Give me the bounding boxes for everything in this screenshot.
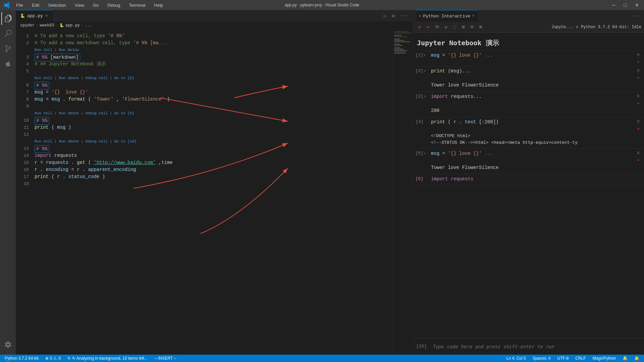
line-num-5: 5 <box>16 68 29 75</box>
menu-file[interactable]: File <box>13 3 26 8</box>
editor-tab-app-py[interactable]: 🐍 app.py × <box>16 10 53 22</box>
breadcrumb-week03[interactable]: week03 <box>40 23 54 28</box>
menu-selection[interactable]: Selection <box>45 3 68 8</box>
tab-bar-actions: ▷ ⊟ ··· <box>382 12 413 19</box>
pi-cell-5-code: msg = '{} love {}' ... <box>431 150 633 157</box>
run-cell-bar-4[interactable]: Run Cell | Run Above | Debug cell | Go t… <box>33 138 392 145</box>
explorer-icon[interactable] <box>1 12 15 25</box>
pi-heading-cell: Jupyter Notebook 演示 <box>413 36 644 51</box>
status-errors[interactable]: ⊗ 0 ⚠ 0 <box>44 356 62 361</box>
python-interactive-tab-close[interactable]: × <box>472 14 475 18</box>
status-spaces[interactable]: Spaces: 4 <box>531 356 552 361</box>
language-label: MagicPython <box>593 356 616 361</box>
pi-cell-2-copy-button[interactable]: ⎘ <box>635 68 641 74</box>
window-controls: ─ □ ✕ <box>610 2 641 8</box>
panel-more-button[interactable]: ··· <box>630 13 641 19</box>
pi-cell-1-copy-button[interactable]: ⎘ <box>635 52 641 58</box>
pi-cell-3-output: 200 <box>416 106 641 116</box>
line-num-16: 16 <box>16 166 29 173</box>
pi-input-field[interactable] <box>432 344 641 349</box>
pi-clear-button[interactable]: ✕ <box>416 23 424 31</box>
line-num-9: 9 <box>16 103 29 110</box>
pi-cell-1-delete-button[interactable]: ✕ <box>635 59 641 65</box>
pi-cell-5-copy-button[interactable]: ⎘ <box>635 150 641 156</box>
tab-close-button[interactable]: × <box>45 13 49 19</box>
settings-icon[interactable] <box>1 338 15 351</box>
pi-cell-5: [5]› msg = '{} love {}' ... ⎘ ✕ Tower lo… <box>413 149 644 174</box>
menu-debug[interactable]: Debug <box>105 3 123 8</box>
pi-collapse-button[interactable]: ⊟ <box>468 23 476 31</box>
run-cell-bar-2[interactable]: Run Cell | Run Above | Debug cell | Go t… <box>33 75 392 82</box>
status-bell[interactable]: 🔔 <box>621 356 629 361</box>
menu-go[interactable]: Go <box>90 3 101 8</box>
search-icon[interactable] <box>1 27 15 40</box>
python-version-label: Python 3.7.2 64-bit: Idle <box>581 25 641 29</box>
pi-restart-button[interactable]: ⟲ <box>433 23 441 31</box>
kernel-settings-icon[interactable]: ⚙ <box>576 24 578 29</box>
menu-view[interactable]: View <box>72 3 87 8</box>
status-python-version[interactable]: Python 3.7.2 64-bit <box>3 356 40 361</box>
kernel-name[interactable]: Jupyte... <box>551 25 573 29</box>
window-title: app.py - pylearn-proj - Visual Studio Co… <box>285 3 360 7</box>
code-line-4: # ## Jupyter Notebook 演示 <box>33 61 392 68</box>
code-line-12 <box>33 131 392 138</box>
maximize-button[interactable]: □ <box>622 2 628 8</box>
extensions-icon[interactable] <box>1 57 15 70</box>
python-interactive-tab-label: Python Interactive <box>423 14 470 19</box>
pi-cell-5-actions: ⎘ ✕ <box>635 150 641 163</box>
pi-cell-4-delete-button[interactable]: ✕ <box>635 125 641 131</box>
pi-content[interactable]: Jupyter Notebook 演示 [1]› msg = '{} love … <box>413 33 644 338</box>
pi-cell-1-number: [1]› <box>416 52 429 58</box>
breadcrumb-spyder[interactable]: spyder <box>20 23 35 28</box>
status-encoding[interactable]: UTF-8 <box>556 356 570 361</box>
status-language[interactable]: MagicPython <box>591 356 617 361</box>
pi-cell-2-delete-button[interactable]: ✕ <box>635 74 641 80</box>
pi-cell-4-copy-button[interactable]: ⎘ <box>635 119 641 125</box>
split-editor-button[interactable]: ⊟ <box>390 12 396 19</box>
menu-terminal[interactable]: Terminal <box>126 3 148 8</box>
vscode-icon <box>3 2 10 8</box>
editor-content: 1 2 3 4 5 6 7 8 9 10 11 12 13 <box>16 29 413 355</box>
source-control-icon[interactable] <box>1 42 15 55</box>
pi-more-button[interactable]: ⊠ <box>477 23 485 31</box>
tab-bar: 🐍 app.py × ▷ ⊟ ··· <box>16 10 413 22</box>
more-actions-button[interactable]: ··· <box>399 12 410 19</box>
run-cell-bar-3[interactable]: Run Cell | Run Above | Debug cell | Go t… <box>33 110 392 117</box>
pi-input-bar: [15] <box>413 338 644 355</box>
pi-expand-button[interactable]: ⊞ <box>459 23 467 31</box>
menu-edit[interactable]: Edit <box>29 3 42 8</box>
python-interactive-tab[interactable]: ≡ Python Interactive × <box>416 10 478 22</box>
pi-cell-2-number: [2]› <box>416 68 429 73</box>
run-cell-bar-1[interactable]: Run Cell | Run Below <box>33 47 392 54</box>
status-line-ending[interactable]: CRLF <box>574 356 587 361</box>
status-position[interactable]: Ln 4, Col 5 <box>505 356 527 361</box>
pi-cell-5-delete-button[interactable]: ✕ <box>635 157 641 163</box>
status-notifications[interactable]: 🔔 <box>633 356 641 361</box>
pi-cell-3: [3]› import requests... ⎘ ✕ 200 <box>413 92 644 117</box>
breadcrumb-dots[interactable]: ... <box>85 23 92 28</box>
minimize-button[interactable]: ─ <box>610 2 617 8</box>
pi-cell-6: [6] import requests <box>413 174 644 185</box>
breadcrumb-app-py[interactable]: app.py <box>65 23 80 28</box>
code-line-14: import requests <box>33 152 392 159</box>
close-button[interactable]: ✕ <box>633 2 641 8</box>
encoding-label: UTF-8 <box>557 356 569 361</box>
line-num-10: 10 <box>16 117 29 124</box>
pi-cell-3-delete-button[interactable]: ✕ <box>635 100 641 106</box>
line-num-12: 12 <box>16 131 29 138</box>
pi-cell-3-copy-button[interactable]: ⎘ <box>635 93 641 99</box>
tab-label: app.py <box>27 13 43 18</box>
line-num-17: 17 <box>16 173 29 180</box>
code-editor[interactable]: # To add a new cell, type '# %%' # To ad… <box>33 29 392 355</box>
run-button[interactable]: ▷ <box>382 12 388 19</box>
pi-export-button[interactable]: ⬚ <box>450 23 459 31</box>
line-numbers: 1 2 3 4 5 6 7 8 9 10 11 12 13 <box>16 29 33 355</box>
pi-undo-button[interactable]: ↩ <box>424 23 432 31</box>
pi-interrupt-button[interactable]: ↺ <box>442 23 450 31</box>
status-analyzing[interactable]: ↻ ↻ Analyzing in background, 10 items le… <box>66 356 149 361</box>
pi-cell-1-actions: ⎘ ✕ <box>635 52 641 65</box>
pi-cell-2: [2]› print (msg)... ⎘ ✕ Tower love Flowe… <box>413 66 644 92</box>
python-interactive-panel: ≡ Python Interactive × ··· ✕ ↩ ⟲ ↺ ⬚ ⊞ ⊟… <box>413 10 644 355</box>
line-num-11: 11 <box>16 124 29 131</box>
menu-help[interactable]: Help <box>152 3 166 8</box>
